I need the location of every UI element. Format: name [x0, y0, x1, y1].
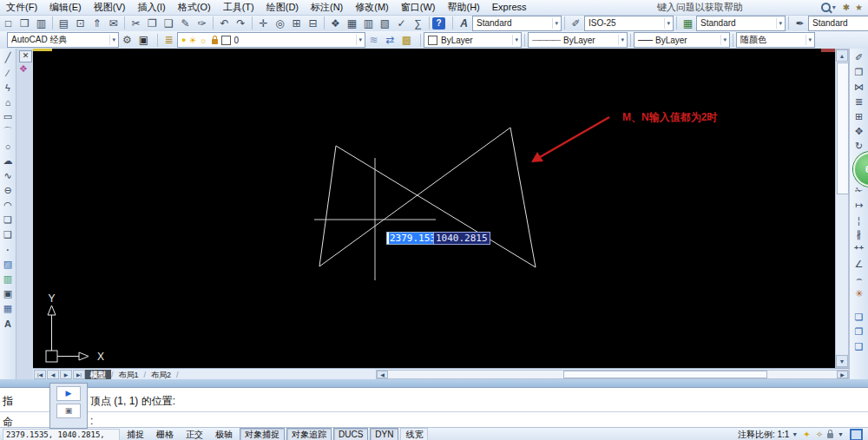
table-style-icon[interactable]: ▦ [680, 16, 696, 30]
chamfer-icon[interactable]: ∠ [852, 257, 866, 272]
annotation-visibility-icon[interactable]: ✦ [803, 430, 810, 439]
layer-vp-freeze-icon[interactable]: ☼ [199, 36, 207, 45]
redo-icon[interactable]: ↷ [233, 16, 249, 30]
workspace-settings-icon[interactable]: ⚙ [119, 33, 135, 48]
menu-dimension[interactable]: 标注(N) [305, 0, 349, 15]
table-icon[interactable]: ▦ [1, 301, 16, 316]
copy-clip-icon[interactable]: ❐ [144, 16, 161, 30]
revision-cloud-icon[interactable]: ☁ [1, 154, 16, 168]
next-tab-icon[interactable]: ▶ [60, 370, 72, 379]
scroll-up-icon[interactable]: ▲ [836, 49, 848, 62]
quickcalc-icon[interactable]: ∑ [410, 16, 426, 30]
toggle-snap[interactable]: 捕捉 [122, 428, 149, 440]
move-icon[interactable]: ✥ [852, 124, 866, 139]
toggle-ortho[interactable]: 正交 [181, 428, 208, 440]
explode-icon[interactable]: ✳ [852, 286, 866, 301]
rotate-icon[interactable]: ↻ [852, 139, 866, 154]
construction-line-icon[interactable]: ∕ [1, 65, 16, 80]
first-tab-icon[interactable]: |◀ [34, 370, 46, 379]
help-icon[interactable]: ? [432, 17, 445, 30]
pan-icon[interactable]: ✛ [255, 16, 272, 30]
command-window[interactable]: 指 顶点 (1, 1) 的位置: 命 : ▶ ▣ [0, 387, 868, 428]
chevron-down-icon[interactable]: ▾ [552, 18, 560, 29]
drawing-canvas[interactable]: Y X M、N输入值都为2时 2379.1535 1040.2815 [33, 49, 835, 368]
text-style-select[interactable]: Standard▾ [472, 16, 562, 31]
dim-style-icon[interactable]: ✐ [568, 16, 584, 30]
zoom-previous-icon[interactable]: ⊟ [305, 16, 321, 30]
scroll-down-icon[interactable]: ▼ [836, 355, 848, 367]
chevron-down-icon[interactable]: ▾ [512, 35, 520, 45]
text-style-icon[interactable]: A [456, 16, 472, 30]
point-icon[interactable]: · [1, 242, 16, 257]
circle-icon[interactable]: ○ [1, 139, 16, 154]
menu-view[interactable]: 视图(V) [88, 0, 132, 15]
help-search-input[interactable]: 键入问题以获取帮助 [657, 1, 821, 14]
open-file-icon[interactable]: ❒ [16, 16, 33, 30]
vertical-scroll-thumb[interactable] [837, 62, 849, 194]
offset-icon[interactable]: ≣ [852, 95, 866, 109]
make-block-icon[interactable]: ❑ [1, 227, 16, 242]
chevron-down-icon[interactable]: ▾ [356, 35, 364, 45]
polyline-icon[interactable]: ϟ [1, 80, 16, 95]
play-icon[interactable]: ▶ [56, 386, 81, 401]
auto-annotate-icon[interactable]: ✧ [816, 430, 823, 439]
block-editor-icon[interactable]: ✑ [194, 16, 210, 30]
chevron-down-icon[interactable]: ▾ [720, 35, 728, 45]
close-icon[interactable]: ✕ [19, 50, 32, 62]
plot-preview-icon[interactable]: ⊡ [72, 16, 89, 30]
toggle-dyn[interactable]: DYN [370, 428, 398, 440]
toggle-ducs[interactable]: DUCS [333, 428, 368, 440]
favorites-star-icon[interactable]: ★ [855, 3, 863, 12]
break-at-point-icon[interactable]: ¦ [852, 213, 866, 227]
save-icon[interactable]: ▥ [33, 16, 49, 30]
plotstyle-control-select[interactable]: 随颜色▾ [736, 32, 815, 48]
tool-palettes-icon[interactable]: ▥ [360, 16, 377, 30]
chevron-down-icon[interactable]: ▾ [776, 18, 784, 29]
my-workspace-icon[interactable]: ▣ [135, 33, 152, 48]
toggle-otrack[interactable]: 对象追踪 [286, 428, 332, 440]
chevron-down-icon[interactable]: ▾ [806, 35, 813, 45]
prev-tab-icon[interactable]: ◀ [47, 370, 59, 379]
break-icon[interactable]: ∦ [852, 227, 866, 242]
properties-palette-icon[interactable]: ❖ [327, 16, 344, 30]
multileader-style-icon[interactable]: ✒ [792, 16, 808, 30]
vertical-scrollbar[interactable]: ▲ ▼ [835, 49, 849, 368]
dim-style-select[interactable]: ISO-25▾ [584, 16, 674, 31]
multiline-text-icon[interactable]: A [1, 316, 16, 331]
toggle-lwt[interactable]: 线宽 [400, 428, 428, 440]
scroll-left-icon[interactable]: ◀ [377, 371, 388, 378]
zoom-realtime-icon[interactable]: ◎ [272, 16, 288, 30]
image-icon[interactable]: ▣ [56, 404, 81, 418]
arc-icon[interactable]: ⌒ [1, 124, 16, 139]
tab-layout1[interactable]: 布局1 [114, 370, 144, 380]
rectangle-icon[interactable]: ▭ [1, 109, 16, 124]
layer-states-icon[interactable]: ≋ [365, 33, 382, 48]
layer-select[interactable]: ● ☀ ☼ 0 ▾ [177, 32, 365, 48]
toggle-osnap[interactable]: 对象捕捉 [240, 428, 285, 440]
tab-model[interactable]: 模型 [85, 370, 111, 380]
sheet-set-manager-icon[interactable]: ▧ [377, 16, 393, 30]
multileader-style-select[interactable]: Standard▾ [808, 16, 868, 31]
communication-center-icon[interactable]: ✱ [843, 3, 850, 12]
etransmit-icon[interactable]: ✉ [105, 16, 122, 30]
menu-express[interactable]: Express [486, 0, 533, 15]
last-tab-icon[interactable]: ▶| [73, 370, 85, 379]
zoom-window-icon[interactable]: ⊞ [288, 16, 305, 30]
annotation-scale-value[interactable]: 1:1 [777, 430, 789, 439]
draworder-above-icon[interactable]: ❑ [852, 339, 866, 354]
draworder-front-icon[interactable]: ❏ [852, 310, 866, 325]
color-control-select[interactable]: ByLayer▾ [424, 32, 522, 48]
horizontal-scrollbar[interactable]: ◀ ▶ [376, 370, 849, 379]
undo-icon[interactable]: ↶ [216, 16, 233, 30]
linetype-control-select[interactable]: ———— ByLayer▾ [528, 32, 628, 48]
scroll-right-icon[interactable]: ▶ [837, 371, 848, 378]
chevron-down-icon[interactable]: ▼ [792, 431, 798, 437]
match-properties-icon[interactable]: ✎ [177, 16, 194, 30]
layer-isolate-icon[interactable]: ▩ [398, 33, 415, 48]
layer-properties-manager-icon[interactable]: ≣ [161, 33, 177, 48]
chevron-down-icon[interactable]: ▼ [838, 431, 844, 437]
toggle-polar[interactable]: 极轴 [210, 428, 238, 440]
draworder-back-icon[interactable]: ❐ [852, 325, 866, 339]
erase-icon[interactable]: ✐ [852, 50, 866, 65]
plot-icon[interactable]: ▤ [56, 16, 72, 30]
